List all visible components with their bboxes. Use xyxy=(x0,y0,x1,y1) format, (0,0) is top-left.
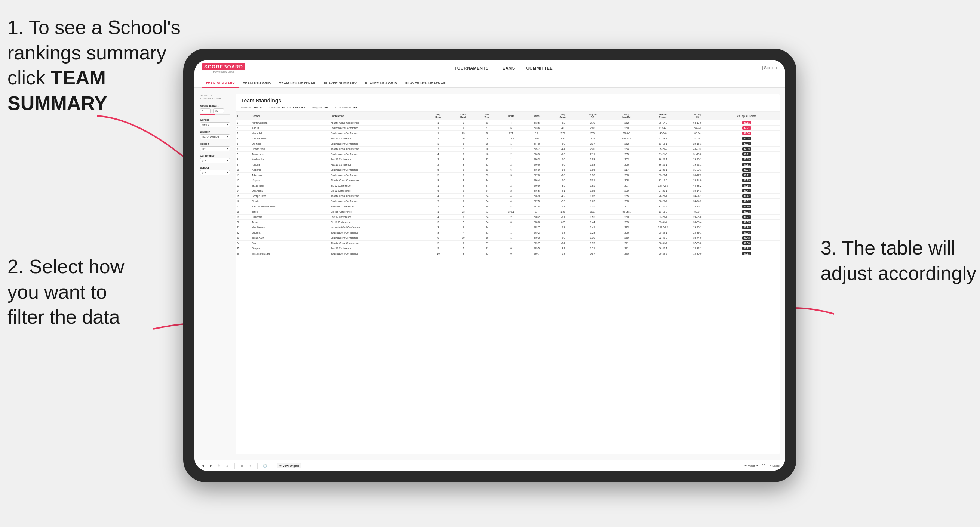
table-row[interactable]: 8 Washington Pac-12 Conference 2 8 23 1 … xyxy=(235,157,780,162)
bottom-toolbar: ◀ ▶ ↻ ⌂ ⧉ ↑ 🕐 ⊞ View: Original 👁 Watch ▾… xyxy=(194,460,785,471)
instruction-step2: 2. Select how you want to filter the dat… xyxy=(8,254,124,330)
filter-gender-select[interactable]: Men's ▾ xyxy=(200,122,230,127)
sub-nav-team-h2h-heatmap[interactable]: TEAM H2H HEATMAP xyxy=(275,79,319,88)
col-conference: Conference xyxy=(329,112,426,121)
table-row[interactable]: 12 Virginia Atlantic Coast Conference 8 … xyxy=(235,178,780,183)
table-row[interactable]: 10 Alabama Southeastern Conference 5 8 2… xyxy=(235,167,780,173)
filter-minimum-rou: Minimum Rou... 4 - 30 xyxy=(200,105,230,116)
col-avg-so: Avg. toSO xyxy=(577,112,608,121)
watch-button[interactable]: 👁 Watch ▾ xyxy=(745,464,758,467)
col-overall: OverallRecord xyxy=(644,112,681,121)
col-vs25: Vs Top25 xyxy=(681,112,714,121)
nav-teams[interactable]: TEAMS xyxy=(500,64,515,72)
col-no-tour: NoTour xyxy=(476,112,498,121)
separator-3 xyxy=(272,463,272,469)
table-row[interactable]: 23 Texas A&M Southeastern Conference 9 1… xyxy=(235,235,780,241)
table-row[interactable]: 9 Arizona Pac-12 Conference 2 8 23 2 276… xyxy=(235,162,780,167)
table-row[interactable]: 21 New Mexico Mountain West Conference 3… xyxy=(235,225,780,230)
table-row[interactable]: 26 Mississippi State Southeastern Confer… xyxy=(235,251,780,256)
minimum-rou-to[interactable]: 30 xyxy=(213,108,224,113)
filter-school-select[interactable]: (All) ▾ xyxy=(200,170,230,175)
filter-region-select[interactable]: N/A ▾ xyxy=(200,146,230,151)
sidebar-filters: Update time: 27/03/2024 16:56:26 Minimum… xyxy=(200,94,230,454)
table-header: Team Standings Gender: Men's Division: N… xyxy=(235,94,780,112)
table-row[interactable]: 7 Tennessee Southeastern Conference 4 8 … xyxy=(235,152,780,157)
table-row[interactable]: 2 Auburn Southeastern Conference 1 9 27 … xyxy=(235,125,780,131)
filter-gender-group: Gender Men's ▾ xyxy=(200,119,230,127)
division-filter-pair: Division: NCAA Division I xyxy=(269,106,305,109)
table-row[interactable]: 15 Georgia Tech Atlantic Coast Conferenc… xyxy=(235,194,780,199)
table-row[interactable]: 1 North Carolina Atlantic Coast Conferen… xyxy=(235,121,780,125)
table-row[interactable]: 16 Florida Southeastern Conference 7 9 2… xyxy=(235,199,780,204)
separator-1 xyxy=(234,463,235,469)
col-avg-rank: Avg.Rank xyxy=(426,112,451,121)
share-icon-small[interactable]: ↑ xyxy=(248,463,253,468)
view-original-button[interactable]: ⊞ View: Original xyxy=(277,463,301,468)
expand-icon[interactable]: ⛶ xyxy=(761,463,766,468)
table-row[interactable]: 17 East Tennessee State Southern Confere… xyxy=(235,204,780,209)
sub-nav-player-summary[interactable]: PLAYER SUMMARY xyxy=(320,79,361,88)
update-time: Update time: 27/03/2024 16:56:26 xyxy=(200,94,230,100)
nav-committee[interactable]: COMMITTEE xyxy=(527,64,553,72)
col-rnds: Rnds xyxy=(498,112,524,121)
main-content: Update time: 27/03/2024 16:56:26 Minimum… xyxy=(194,88,785,460)
table-row[interactable]: 24 Duke Atlantic Coast Conference 5 9 27… xyxy=(235,241,780,246)
instruction-step1: 1. To see a School's rankings summary cl… xyxy=(8,15,187,116)
col-rank: # xyxy=(235,112,250,121)
filter-division-select[interactable]: NCAA Division I ▾ xyxy=(200,134,230,140)
col-school: School xyxy=(250,112,329,121)
table-row[interactable]: 11 Arkansas Southeastern Conference 5 8 … xyxy=(235,173,780,178)
table-row[interactable]: 4 Arizona State Pac-12 Conference 1 26 3… xyxy=(235,136,780,141)
rou-slider-track[interactable] xyxy=(200,114,230,116)
minimum-rou-from[interactable]: 4 xyxy=(200,108,210,113)
table-row[interactable]: 13 Texas Tech Big 12 Conference 1 9 27 2… xyxy=(235,183,780,188)
standings-table: # School Conference Avg.Rank ConfRank No… xyxy=(235,112,780,256)
sub-nav-player-h2h-heatmap[interactable]: PLAYER H2H HEATMAP xyxy=(402,79,449,88)
share-button[interactable]: ↗ Share xyxy=(769,464,780,467)
table-row[interactable]: 25 Oregon Pac-12 Conference 9 7 21 0 279… xyxy=(235,246,780,251)
table-row[interactable]: 6 Florida State Atlantic Coast Conferenc… xyxy=(235,146,780,152)
sub-nav: TEAM SUMMARY TEAM H2H GRID TEAM H2H HEAT… xyxy=(194,76,785,88)
table-row[interactable]: 14 Oklahoma Big 12 Conference 6 2 24 2 2… xyxy=(235,188,780,194)
region-filter-pair: Region: All xyxy=(312,106,328,109)
table-row[interactable]: 20 Texas Big 12 Conference 3 7 24 0 278.… xyxy=(235,220,780,225)
instruction-step3: 3. The table will adjust accordingly xyxy=(821,235,976,286)
logo-powered: Powered by clippi xyxy=(213,70,234,73)
table-row[interactable]: 22 Georgia Southeastern Conference 8 7 2… xyxy=(235,230,780,235)
tablet-screen: SCOREBOARD Powered by clippi TOURNAMENTS… xyxy=(194,60,785,471)
sign-out-button[interactable]: | Sign out xyxy=(762,66,778,70)
col-conf-rank: ConfRank xyxy=(451,112,476,121)
table-row[interactable]: 18 Illinois Big Ten Conference 1 23 1 27… xyxy=(235,209,780,214)
sub-nav-team-h2h-grid[interactable]: TEAM H2H GRID xyxy=(239,79,275,88)
table-area: Team Standings Gender: Men's Division: N… xyxy=(235,94,780,454)
home-icon[interactable]: ⌂ xyxy=(225,463,230,468)
view-original-icon: ⊞ xyxy=(279,464,282,467)
col-score: Vs Top 50 Points xyxy=(714,112,780,121)
table-filter-row: Gender: Men's Division: NCAA Division I … xyxy=(241,106,774,109)
nav-tournaments[interactable]: TOURNAMENTS xyxy=(455,64,489,72)
filter-region-group: Region N/A ▾ xyxy=(200,143,230,151)
table-row[interactable]: 19 California Pac-12 Conference 4 8 24 2… xyxy=(235,214,780,220)
sub-nav-player-h2h-grid[interactable]: PLAYER H2H GRID xyxy=(361,79,401,88)
app-header: SCOREBOARD Powered by clippi TOURNAMENTS… xyxy=(194,60,785,76)
filter-school-group: School (All) ▾ xyxy=(200,166,230,175)
filter-conference-group: Conference (All) ▾ xyxy=(200,154,230,163)
main-nav: TOURNAMENTS TEAMS COMMITTEE xyxy=(256,64,751,72)
col-adj-score: Adj.Score xyxy=(549,112,577,121)
separator-2 xyxy=(257,463,258,469)
table-title: Team Standings xyxy=(241,98,774,103)
sub-nav-team-summary[interactable]: TEAM SUMMARY xyxy=(202,79,239,88)
table-row[interactable]: 5 Ole Miss Southeastern Conference 3 6 1… xyxy=(235,141,780,146)
col-avg-low: Avg.Low Rd. xyxy=(608,112,645,121)
logo-scoreboard: SCOREBOARD xyxy=(202,63,245,70)
clock-icon[interactable]: 🕐 xyxy=(262,463,267,468)
filter-conference-select[interactable]: (All) ▾ xyxy=(200,158,230,163)
forward-icon[interactable]: ▶ xyxy=(208,463,213,468)
copy-icon[interactable]: ⧉ xyxy=(239,463,245,468)
table-row[interactable]: 3 Vanderbilt Southeastern Conference 1 2… xyxy=(235,131,780,136)
col-wins: Wins xyxy=(524,112,549,121)
reload-icon[interactable]: ↻ xyxy=(216,463,222,468)
gender-filter-pair: Gender: Men's xyxy=(241,106,262,109)
filter-division-group: Division NCAA Division I ▾ xyxy=(200,130,230,140)
back-icon[interactable]: ◀ xyxy=(200,463,205,468)
